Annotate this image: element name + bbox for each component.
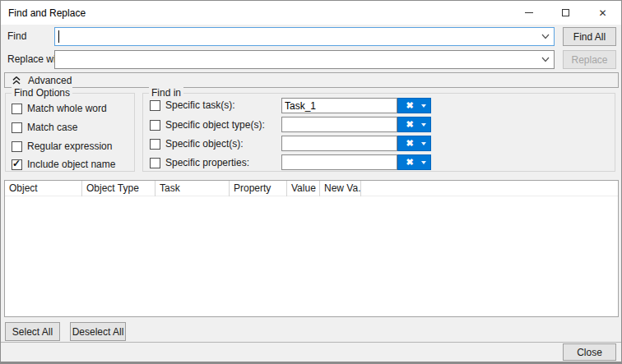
checkbox[interactable]: ✓ — [150, 120, 160, 131]
checkbox[interactable]: ✓ — [12, 104, 22, 114]
checkbox[interactable]: ✓ — [12, 159, 22, 170]
checkbox-label: Regular expression — [27, 141, 112, 152]
text-caret — [58, 30, 59, 43]
find-input[interactable] — [55, 28, 554, 45]
results-table-body — [5, 196, 618, 317]
deselect-all-button[interactable]: Deselect All — [70, 322, 126, 341]
specific-objects-input[interactable] — [282, 136, 397, 150]
checkbox[interactable]: ✓ — [12, 122, 22, 133]
clear-properties-split-button[interactable]: ✖ — [397, 154, 431, 170]
chevron-down-icon — [541, 34, 550, 39]
specific-object-types-input[interactable] — [282, 117, 397, 131]
footer-strip — [1, 342, 621, 362]
close-button[interactable]: Close — [563, 343, 616, 361]
advanced-label: Advanced — [28, 75, 72, 86]
find-options-legend: Find Options — [12, 87, 72, 99]
dropdown-arrow-icon — [421, 161, 426, 164]
dropdown-arrow-icon — [421, 142, 426, 145]
specific-properties-field[interactable] — [281, 154, 397, 170]
column-header-value[interactable]: Value — [287, 181, 320, 196]
column-header-new-value[interactable]: New Va... — [320, 181, 361, 196]
checkbox-label: Match whole word — [27, 103, 107, 114]
match-whole-word-option[interactable]: ✓ Match whole word — [12, 103, 107, 114]
results-table: Object Object Type Task Property Value N… — [4, 180, 619, 317]
check-icon: ✓ — [12, 158, 21, 169]
maximize-button[interactable] — [547, 1, 584, 25]
minimize-button[interactable] — [510, 1, 547, 25]
caption-buttons: ✕ — [510, 1, 621, 25]
dropdown-arrow-icon — [421, 104, 426, 108]
clear-objects-split-button[interactable]: ✖ — [397, 136, 431, 151]
clear-x-icon: ✖ — [398, 99, 421, 113]
checkbox[interactable]: ✓ — [150, 158, 160, 168]
find-options-group: Find Options ✓ Match whole word ✓ Match … — [5, 93, 135, 172]
dropdown-arrow-icon — [421, 123, 426, 127]
results-table-header: Object Object Type Task Property Value N… — [5, 181, 618, 196]
include-object-name-option[interactable]: ✓ Include object name — [12, 159, 115, 170]
column-header-property[interactable]: Property — [230, 181, 287, 196]
clear-x-icon: ✖ — [398, 155, 421, 169]
close-window-button[interactable]: ✕ — [584, 1, 621, 25]
specific-tasks-input[interactable] — [282, 99, 397, 113]
checkbox-label: Specific object type(s): — [165, 119, 265, 131]
advanced-expander[interactable]: Advanced — [4, 72, 619, 88]
column-header-object[interactable]: Object — [5, 181, 82, 196]
match-case-option[interactable]: ✓ Match case — [12, 122, 77, 133]
column-header-object-type[interactable]: Object Type — [82, 181, 156, 196]
checkbox[interactable]: ✓ — [150, 100, 160, 111]
double-chevron-up-icon — [12, 76, 21, 85]
replace-button: Replace — [563, 50, 616, 69]
specific-properties-option[interactable]: ✓ Specific properties: — [150, 157, 249, 168]
find-combobox[interactable] — [54, 27, 555, 46]
clear-object-types-split-button[interactable]: ✖ — [397, 117, 431, 132]
specific-properties-input[interactable] — [282, 155, 397, 169]
checkbox-label: Specific task(s): — [165, 99, 235, 111]
clear-x-icon: ✖ — [398, 117, 421, 131]
window-title: Find and Replace — [8, 7, 86, 19]
replace-input[interactable] — [55, 51, 554, 68]
chevron-down-icon — [541, 57, 550, 62]
specific-tasks-field[interactable] — [281, 98, 397, 113]
specific-object-types-option[interactable]: ✓ Specific object type(s): — [150, 119, 265, 131]
checkbox-label: Match case — [27, 122, 77, 133]
column-header-task[interactable]: Task — [156, 181, 230, 196]
find-label: Find — [7, 27, 26, 46]
specific-tasks-option[interactable]: ✓ Specific task(s): — [150, 99, 235, 111]
clear-x-icon: ✖ — [398, 136, 421, 150]
find-all-button[interactable]: Find All — [563, 27, 616, 46]
specific-objects-option[interactable]: ✓ Specific object(s): — [150, 138, 244, 150]
close-icon: ✕ — [598, 8, 606, 18]
checkbox-label: Specific properties: — [165, 157, 249, 168]
find-and-replace-dialog: Find and Replace ✕ Find Find All Replace… — [0, 0, 622, 364]
minimize-icon — [525, 12, 533, 13]
select-all-button[interactable]: Select All — [5, 322, 60, 341]
checkbox[interactable]: ✓ — [150, 139, 160, 150]
regular-expression-option[interactable]: ✓ Regular expression — [12, 141, 112, 152]
checkbox-label: Specific object(s): — [165, 138, 244, 150]
specific-object-types-field[interactable] — [281, 117, 397, 132]
checkbox-label: Include object name — [27, 159, 115, 170]
find-in-group: Find in ✓ Specific task(s): ✖ ✓ Specific… — [142, 93, 615, 172]
specific-objects-field[interactable] — [281, 136, 397, 151]
checkbox[interactable]: ✓ — [12, 141, 22, 152]
clear-tasks-split-button[interactable]: ✖ — [397, 98, 431, 113]
find-in-legend: Find in — [149, 87, 183, 99]
replace-combobox[interactable] — [54, 50, 555, 69]
maximize-icon — [562, 9, 569, 16]
